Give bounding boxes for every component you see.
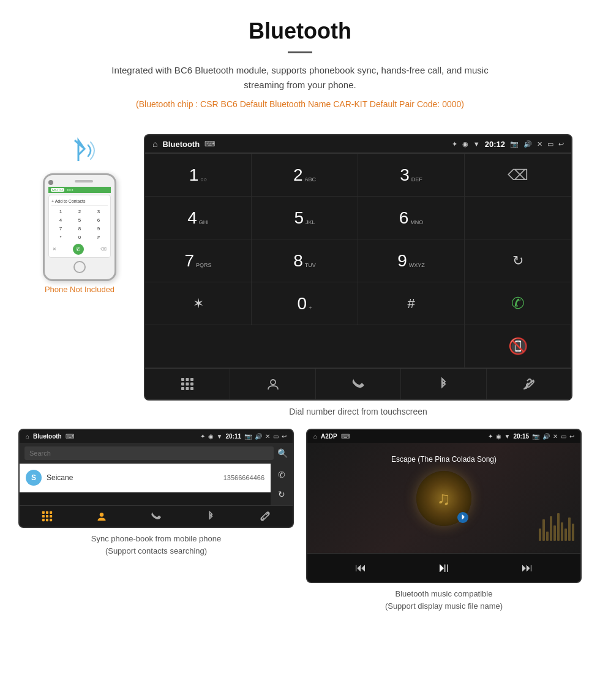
pb-tab-link[interactable]	[238, 511, 293, 522]
reload-icon: ↻	[512, 253, 523, 269]
location-icon: ◉	[462, 140, 468, 148]
pb-usb-icon: ⌨	[66, 433, 74, 440]
music-usb-icon: ⌨	[341, 433, 350, 440]
dial-key-call-green[interactable]: ✆	[465, 282, 571, 325]
music-bt-icon: ✦	[488, 433, 493, 440]
usb-icon: ⌨	[204, 140, 215, 148]
pb-home-icon: ⌂	[26, 433, 29, 440]
toolbar-bluetooth[interactable]	[401, 369, 486, 399]
pb-x-icon: ✕	[265, 433, 270, 440]
phone-container: MOTO ●●● + Add to Contacts 1 2 3 4 5 6 7…	[28, 134, 132, 294]
phone-not-included-label: Phone Not Included	[45, 285, 114, 294]
pb-tab-phone[interactable]	[129, 511, 183, 522]
dial-key-6[interactable]: 6MNO	[358, 197, 465, 239]
svg-rect-2	[190, 378, 193, 381]
music-block: ⌂ A2DP ⌨ ✦ ◉ ▼ 20:15 📷 🔊 ✕ ▭ ↩ E	[306, 429, 582, 612]
dial-key-5[interactable]: 5JKL	[252, 197, 358, 239]
pb-sidebar: ✆ ↻	[271, 464, 293, 505]
pb-loc-icon: ◉	[208, 433, 214, 440]
dial-key-9[interactable]: 9WXYZ	[358, 239, 465, 282]
phone-screen: + Add to Contacts 1 2 3 4 5 6 7 8 9 * 0 …	[48, 195, 111, 258]
toolbar-contacts[interactable]	[230, 369, 315, 399]
svg-rect-18	[50, 519, 52, 521]
dial-key-1[interactable]: 1○○	[145, 154, 252, 197]
page-title: Bluetooth	[12, 18, 588, 44]
toolbar-dialpad[interactable]	[145, 369, 230, 399]
pb-contact-row[interactable]: S Seicane 13566664466	[20, 464, 271, 492]
pb-sidebar-reload-icon[interactable]: ↻	[278, 489, 285, 499]
bottom-toolbar	[145, 368, 571, 399]
pb-cam-icon: 📷	[244, 433, 252, 440]
music-time: 20:15	[513, 433, 529, 440]
music-title: A2DP	[321, 433, 337, 440]
back-icon: ↩	[558, 140, 564, 148]
song-title: Escape (The Pina Colada Song)	[391, 455, 497, 464]
pb-win-icon: ▭	[273, 433, 279, 440]
music-vol-icon: 🔊	[542, 433, 550, 440]
next-button[interactable]: ⏭	[522, 562, 533, 574]
bluetooth-status-icon: ✦	[452, 140, 457, 148]
pb-search-row: 🔍	[20, 443, 293, 464]
pb-bottom-bar	[20, 505, 293, 527]
specs-text: (Bluetooth chip : CSR BC6 Default Blueto…	[110, 97, 490, 111]
pb-sidebar-call-icon[interactable]: ✆	[278, 470, 285, 480]
dial-key-empty-1	[465, 197, 571, 239]
dial-key-8[interactable]: 8TUV	[252, 239, 358, 282]
contact-avatar: S	[26, 470, 42, 486]
svg-rect-3	[181, 383, 184, 386]
pb-search-icon[interactable]: 🔍	[277, 448, 288, 458]
music-cam-icon: 📷	[532, 433, 539, 440]
play-pause-button[interactable]: ⏯	[437, 560, 451, 576]
pb-tab-dialpad[interactable]	[20, 511, 74, 522]
toolbar-phone[interactable]	[316, 369, 401, 399]
toolbar-link[interactable]	[487, 369, 571, 399]
dial-key-hash[interactable]: #	[358, 282, 465, 325]
dial-key-reload[interactable]: ↻	[465, 239, 571, 282]
phone-home-button	[73, 261, 86, 273]
dial-key-call-red[interactable]: 📵	[465, 325, 571, 368]
camera-icon: 📷	[510, 140, 519, 148]
dial-key-4[interactable]: 4GHI	[145, 197, 252, 239]
svg-rect-17	[46, 519, 48, 521]
svg-rect-6	[181, 387, 184, 390]
pb-time: 20:11	[225, 433, 241, 440]
svg-rect-0	[181, 378, 184, 381]
dial-key-0[interactable]: 0+	[252, 282, 358, 325]
pb-tab-bluetooth[interactable]	[184, 511, 238, 522]
dial-key-star[interactable]: ✶	[145, 282, 252, 325]
pb-content-area: S Seicane 13566664466 ✆ ↻	[20, 464, 293, 505]
pb-bt-icon: ✦	[200, 433, 205, 440]
pb-sig-icon: ▼	[217, 433, 223, 440]
dial-key-7[interactable]: 7PQRS	[145, 239, 252, 282]
svg-rect-5	[190, 383, 193, 386]
phone-call-row: ✕ ✆ ⌫	[51, 244, 108, 255]
dial-status-bar: ⌂ Bluetooth ⌨ ✦ ◉ ▼ 20:12 📷 🔊 ✕ ▭ ↩	[145, 135, 571, 153]
add-contacts-label: + Add to Contacts	[51, 198, 108, 206]
album-art: ♫	[416, 471, 471, 526]
music-x-icon: ✕	[553, 433, 558, 440]
dial-screen: ⌂ Bluetooth ⌨ ✦ ◉ ▼ 20:12 📷 🔊 ✕ ▭ ↩	[144, 134, 572, 401]
music-sig-icon: ▼	[504, 433, 511, 440]
phonebook-block: ⌂ Bluetooth ⌨ ✦ ◉ ▼ 20:11 📷 🔊 ✕ ▭ ↩	[18, 429, 294, 612]
phone-dialpad: 1 2 3 4 5 6 7 8 9 * 0 #	[51, 208, 108, 241]
end-call-icon: 📵	[508, 337, 528, 356]
dial-key-3[interactable]: 3DEF	[358, 154, 465, 197]
pb-tab-contacts[interactable]	[74, 511, 129, 522]
dial-status-title: Bluetooth	[162, 140, 200, 149]
dial-caption: Dial number direct from touchscreen	[144, 401, 572, 429]
pb-search-input[interactable]	[24, 446, 274, 460]
music-win-icon: ▭	[561, 433, 566, 440]
window-icon: ▭	[547, 140, 553, 148]
bottom-screenshots: ⌂ Bluetooth ⌨ ✦ ◉ ▼ 20:11 📷 🔊 ✕ ▭ ↩	[0, 429, 600, 624]
status-time: 20:12	[485, 140, 505, 149]
music-bluetooth-badge	[457, 512, 468, 523]
svg-rect-4	[186, 383, 189, 386]
dial-key-backspace[interactable]: ⌫	[465, 154, 571, 197]
music-loc-icon: ◉	[496, 433, 501, 440]
music-home-icon: ⌂	[313, 433, 317, 440]
phonebook-caption: Sync phone-book from mobile phone(Suppor…	[91, 533, 221, 557]
prev-button[interactable]: ⏮	[355, 562, 366, 574]
middle-section: MOTO ●●● + Add to Contacts 1 2 3 4 5 6 7…	[0, 122, 600, 429]
dial-key-2[interactable]: 2ABC	[252, 154, 358, 197]
pb-vol-icon: 🔊	[255, 433, 262, 440]
